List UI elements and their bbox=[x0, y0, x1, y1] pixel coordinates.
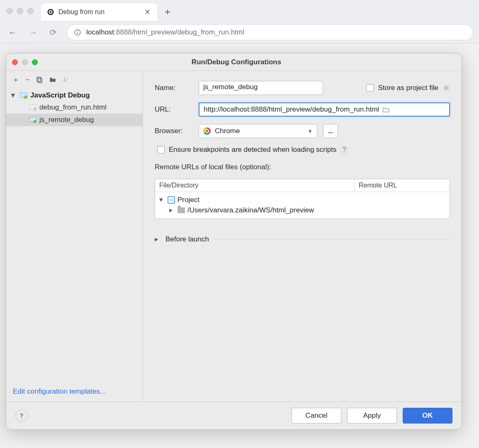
chevron-right-icon[interactable]: ▸ bbox=[155, 235, 160, 243]
url-path: :8888/html_preview/debug_from_run.html bbox=[114, 28, 244, 36]
chevron-down-icon: ▼ bbox=[307, 128, 313, 134]
config-group-label: JavaScript Debug bbox=[30, 91, 90, 100]
js-debug-icon bbox=[29, 116, 37, 124]
edit-templates-link[interactable]: Edit configuration templates... bbox=[6, 382, 143, 402]
column-header-file[interactable]: File/Directory bbox=[155, 179, 355, 192]
tab-title: Debug from run bbox=[58, 8, 105, 16]
project-icon bbox=[168, 196, 175, 204]
folder-icon bbox=[177, 207, 185, 213]
gear-icon[interactable] bbox=[443, 84, 450, 92]
svg-text:a: a bbox=[66, 77, 68, 80]
cancel-button[interactable]: Cancel bbox=[292, 408, 341, 424]
traffic-light bbox=[27, 8, 34, 14]
tree-row-path[interactable]: ▸ /Users/varvara.zaikina/WS/html_preview bbox=[158, 205, 447, 215]
store-as-project-file-label: Store as project file bbox=[378, 84, 438, 92]
traffic-light bbox=[17, 8, 23, 14]
column-header-remote-url[interactable]: Remote URL bbox=[355, 179, 450, 192]
browser-value: Chrome bbox=[215, 127, 240, 135]
help-button[interactable]: ? bbox=[15, 409, 28, 422]
sort-button[interactable]: az bbox=[62, 76, 70, 83]
config-item[interactable]: debug_from_run.html bbox=[6, 101, 143, 114]
chevron-down-icon: ▾ bbox=[11, 91, 17, 100]
address-bar[interactable]: localhost:8888/html_preview/debug_from_r… bbox=[67, 24, 473, 40]
svg-point-13 bbox=[33, 107, 36, 111]
site-icon bbox=[47, 8, 54, 16]
save-as-template-button[interactable] bbox=[49, 76, 56, 83]
add-config-button[interactable]: ＋ bbox=[12, 75, 19, 85]
reload-button[interactable]: ⟳ bbox=[47, 26, 59, 39]
url-input[interactable]: http://localhost:8888/html_preview/debug… bbox=[199, 102, 450, 117]
svg-text:z: z bbox=[66, 80, 67, 83]
remove-config-button[interactable]: − bbox=[25, 75, 30, 84]
html-debug-icon bbox=[29, 103, 37, 112]
help-icon[interactable]: ? bbox=[340, 146, 348, 153]
svg-rect-4 bbox=[77, 32, 78, 34]
config-item-label: js_remote_debug bbox=[39, 116, 94, 124]
dialog-title: Run/Debug Configurations bbox=[38, 58, 456, 66]
project-label: Project bbox=[177, 196, 199, 204]
svg-point-2 bbox=[50, 11, 52, 13]
store-as-project-file-checkbox[interactable] bbox=[366, 84, 374, 92]
ensure-breakpoints-checkbox[interactable] bbox=[157, 146, 165, 153]
name-label: Name: bbox=[155, 84, 193, 92]
svg-rect-7 bbox=[38, 78, 42, 83]
browse-folder-icon[interactable] bbox=[382, 106, 445, 113]
config-item-label: debug_from_run.html bbox=[39, 103, 107, 112]
svg-point-15 bbox=[33, 120, 36, 123]
chrome-icon bbox=[203, 127, 211, 135]
forward-button[interactable]: → bbox=[27, 26, 40, 39]
svg-rect-5 bbox=[77, 31, 78, 32]
remote-urls-header: Remote URLs of local files (optional): bbox=[155, 161, 450, 171]
config-group[interactable]: ▾ JavaScript Debug bbox=[6, 89, 143, 101]
name-input[interactable]: js_remote_debug bbox=[199, 81, 323, 95]
config-item-selected[interactable]: js_remote_debug bbox=[6, 114, 143, 126]
ensure-breakpoints-label: Ensure breakpoints are detected when loa… bbox=[169, 146, 336, 154]
back-button[interactable]: ← bbox=[6, 26, 19, 39]
chevron-right-icon: ▸ bbox=[169, 206, 175, 214]
minimize-window-button[interactable] bbox=[22, 59, 28, 65]
close-window-button[interactable] bbox=[12, 59, 18, 65]
browser-label: Browser: bbox=[155, 127, 193, 135]
url-value: http://localhost:8888/html_preview/debug… bbox=[204, 105, 379, 114]
traffic-light bbox=[7, 8, 13, 14]
ok-button[interactable]: OK bbox=[403, 408, 452, 424]
apply-button[interactable]: Apply bbox=[347, 408, 397, 424]
path-label: /Users/varvara.zaikina/WS/html_preview bbox=[187, 206, 314, 214]
svg-rect-6 bbox=[37, 77, 41, 82]
browser-tab[interactable]: Debug from run ✕ bbox=[41, 3, 157, 21]
before-launch-label[interactable]: Before launch bbox=[165, 235, 209, 243]
info-icon bbox=[74, 29, 81, 36]
url-label: URL: bbox=[155, 105, 193, 114]
svg-point-11 bbox=[24, 95, 27, 99]
new-tab-button[interactable]: + bbox=[160, 6, 175, 18]
svg-point-16 bbox=[445, 87, 447, 89]
divider bbox=[214, 239, 450, 239]
chevron-down-icon: ▾ bbox=[159, 195, 165, 204]
browser-select[interactable]: Chrome ▼ bbox=[199, 124, 317, 138]
copy-config-button[interactable] bbox=[36, 76, 43, 83]
browser-more-button[interactable]: ... bbox=[323, 124, 338, 138]
run-debug-config-dialog: Run/Debug Configurations ＋ − az ▾ bbox=[6, 53, 462, 430]
window-traffic-lights bbox=[4, 8, 39, 17]
tree-row-project[interactable]: ▾ Project bbox=[158, 195, 447, 205]
remote-urls-table: File/Directory Remote URL ▾ Project ▸ /U… bbox=[155, 179, 450, 219]
url-host: localhost bbox=[86, 28, 114, 36]
js-debug-icon bbox=[19, 91, 28, 100]
zoom-window-button[interactable] bbox=[32, 59, 38, 65]
close-tab-icon[interactable]: ✕ bbox=[144, 7, 151, 17]
